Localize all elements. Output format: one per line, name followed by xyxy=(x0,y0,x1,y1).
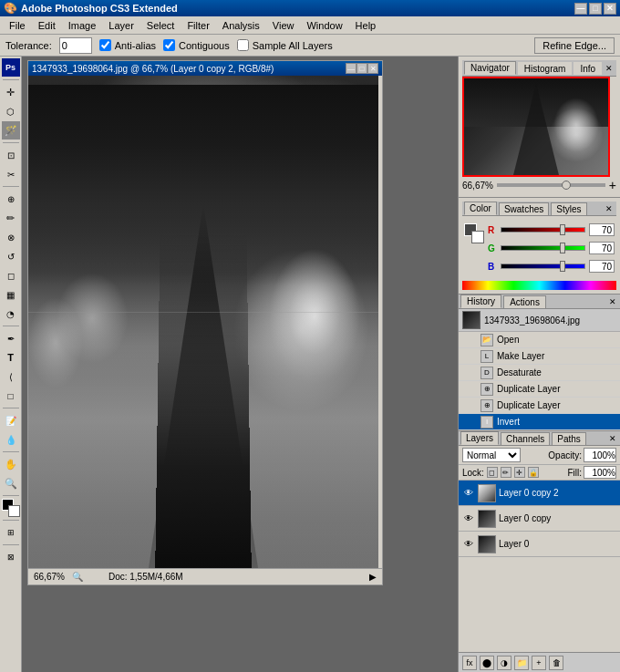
anti-alias-checkbox[interactable] xyxy=(99,39,111,51)
refine-edge-btn[interactable]: Refine Edge... xyxy=(534,37,615,54)
layer-item-2[interactable]: 👁 Layer 0 xyxy=(459,532,620,557)
tab-info[interactable]: Info xyxy=(574,62,602,75)
history-item-2[interactable]: D Desaturate xyxy=(459,365,620,381)
menu-help[interactable]: Help xyxy=(350,18,382,33)
zoom-tool[interactable]: 🔍 xyxy=(2,474,20,492)
channel-b-thumb[interactable] xyxy=(560,261,565,272)
nav-zoom-in-icon[interactable]: + xyxy=(609,179,616,191)
crop-tool[interactable]: ⊡ xyxy=(2,146,20,164)
eraser-tool[interactable]: ◻ xyxy=(2,266,20,284)
menu-layer[interactable]: Layer xyxy=(103,18,140,33)
history-panel-close[interactable]: ✕ xyxy=(607,297,618,306)
healing-brush-tool[interactable]: ⊕ xyxy=(2,190,20,208)
color-swatches[interactable] xyxy=(464,223,484,243)
lock-image-btn[interactable]: ✏ xyxy=(501,467,512,478)
tab-swatches[interactable]: Swatches xyxy=(499,202,549,215)
layer-visibility-2[interactable]: 👁 xyxy=(462,538,475,551)
lasso-tool[interactable]: ⬡ xyxy=(2,102,20,120)
layer-visibility-1[interactable]: 👁 xyxy=(462,512,475,525)
menu-select[interactable]: Select xyxy=(141,18,181,33)
opacity-input[interactable] xyxy=(584,448,616,462)
menu-edit[interactable]: Edit xyxy=(33,18,61,33)
brush-tool[interactable]: ✏ xyxy=(2,209,20,227)
type-tool[interactable]: T xyxy=(2,348,20,367)
menu-analysis[interactable]: Analysis xyxy=(217,18,265,33)
channel-r-input[interactable] xyxy=(589,223,615,236)
path-selection-tool[interactable]: ⟨ xyxy=(2,367,20,386)
hand-tool[interactable]: ✋ xyxy=(2,455,20,473)
minimize-btn[interactable]: — xyxy=(574,3,587,15)
layer-group-btn[interactable]: 📁 xyxy=(514,656,529,670)
menu-view[interactable]: View xyxy=(267,18,300,33)
move-tool[interactable]: ✛ xyxy=(2,83,20,101)
layer-mask-btn[interactable]: ⬤ xyxy=(480,656,494,670)
menu-image[interactable]: Image xyxy=(63,18,102,33)
nav-slider-thumb[interactable] xyxy=(562,181,571,190)
window-controls[interactable]: — □ ✕ xyxy=(574,3,616,15)
tab-paths[interactable]: Paths xyxy=(552,432,586,445)
channel-g-thumb[interactable] xyxy=(560,243,565,253)
gradient-tool[interactable]: ▦ xyxy=(2,285,20,304)
doc-minimize-btn[interactable]: — xyxy=(346,63,356,74)
color-spectrum-bar[interactable] xyxy=(462,281,616,290)
history-item-1[interactable]: L Make Layer xyxy=(459,348,620,365)
layer-item-1[interactable]: 👁 Layer 0 copy xyxy=(459,506,620,532)
channel-r-slider[interactable] xyxy=(501,227,585,233)
lock-all-btn[interactable]: 🔒 xyxy=(528,467,539,478)
tab-styles[interactable]: Styles xyxy=(551,202,586,215)
menu-filter[interactable]: Filter xyxy=(181,18,214,33)
layer-fx-btn[interactable]: fx xyxy=(462,656,477,670)
history-item-3[interactable]: ⊕ Duplicate Layer xyxy=(459,381,620,398)
notes-tool[interactable]: 📝 xyxy=(2,411,20,429)
menu-window[interactable]: Window xyxy=(301,18,347,33)
shape-tool[interactable]: □ xyxy=(2,387,20,405)
magic-wand-tool[interactable]: 🪄 xyxy=(2,121,20,140)
eyedropper-tool[interactable]: 💧 xyxy=(2,430,20,449)
tab-histogram[interactable]: Histogram xyxy=(518,62,573,75)
maximize-btn[interactable]: □ xyxy=(589,3,602,15)
doc-close-btn[interactable]: ✕ xyxy=(367,63,378,74)
channel-g-input[interactable] xyxy=(589,242,615,254)
history-item-0[interactable]: 📂 Open xyxy=(459,332,620,348)
screen-mode-btn[interactable]: ⊠ xyxy=(2,548,20,566)
color-panel-close[interactable]: ✕ xyxy=(604,204,615,213)
layer-new-btn[interactable]: + xyxy=(532,656,546,670)
tab-navigator[interactable]: Navigator xyxy=(464,61,516,75)
slice-tool[interactable]: ✂ xyxy=(2,165,20,183)
fill-input[interactable] xyxy=(584,466,616,479)
tab-history[interactable]: History xyxy=(460,295,501,308)
lock-transparency-btn[interactable]: ◻ xyxy=(487,467,498,478)
tab-actions[interactable]: Actions xyxy=(503,295,546,308)
layer-adjustment-btn[interactable]: ◑ xyxy=(497,656,512,670)
contiguous-checkbox[interactable] xyxy=(163,39,175,51)
channel-b-input[interactable] xyxy=(589,260,615,273)
layers-panel-close[interactable]: ✕ xyxy=(607,434,618,443)
tolerance-input[interactable] xyxy=(59,37,92,54)
channel-r-thumb[interactable] xyxy=(560,224,565,235)
tab-layers[interactable]: Layers xyxy=(460,431,499,445)
doc-canvas[interactable] xyxy=(28,76,378,568)
layer-delete-btn[interactable]: 🗑 xyxy=(549,656,563,670)
channel-b-slider[interactable] xyxy=(501,264,585,269)
history-item-5[interactable]: I Invert xyxy=(459,414,620,430)
doc-maximize-btn[interactable]: □ xyxy=(356,63,367,74)
nav-zoom-slider[interactable] xyxy=(497,183,605,187)
dodge-tool[interactable]: ◔ xyxy=(2,305,20,323)
lock-position-btn[interactable]: ✛ xyxy=(514,467,525,478)
background-color[interactable] xyxy=(8,505,20,517)
bg-color-swatch[interactable] xyxy=(471,231,484,243)
clone-stamp-tool[interactable]: ⊗ xyxy=(2,228,20,246)
pen-tool[interactable]: ✒ xyxy=(2,329,20,347)
tab-channels[interactable]: Channels xyxy=(501,432,550,445)
channel-g-slider[interactable] xyxy=(501,245,585,251)
navigator-panel-close[interactable]: ✕ xyxy=(604,64,615,73)
menu-file[interactable]: File xyxy=(4,18,31,33)
blend-mode-select[interactable]: Normal xyxy=(462,448,521,462)
tab-color[interactable]: Color xyxy=(464,202,497,215)
history-item-4[interactable]: ⊕ Duplicate Layer xyxy=(459,398,620,414)
layer-item-0[interactable]: 👁 Layer 0 copy 2 xyxy=(459,481,620,506)
close-btn[interactable]: ✕ xyxy=(604,3,616,15)
history-brush-tool[interactable]: ↺ xyxy=(2,247,20,265)
foreground-bg-colors[interactable] xyxy=(2,499,20,517)
sample-all-checkbox[interactable] xyxy=(237,39,249,51)
